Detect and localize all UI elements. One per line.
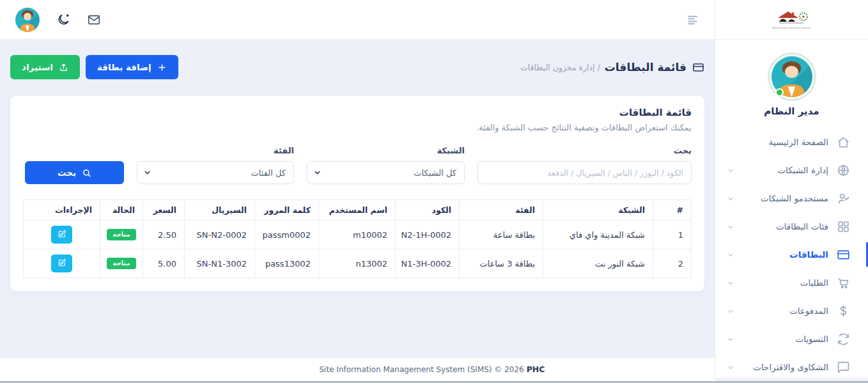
search-icon: [82, 168, 91, 178]
topbar: [0, 0, 715, 40]
footer-text: Site Information Management System (SIMS…: [319, 365, 523, 374]
breadcrumb: قائمة البطاقات / إدارة مخزون البطاقات: [520, 61, 704, 74]
user-role-name: مدير النظام: [764, 106, 819, 117]
cell-username: n13002: [319, 249, 396, 278]
sidebar-item-label: الشكاوى والاقتراحات: [753, 362, 828, 372]
sidebar: Palestinian Housing Council مدير النظام …: [715, 0, 868, 379]
edit-button[interactable]: [51, 226, 72, 244]
sidebar-item-1[interactable]: إدارة الشبكات: [715, 156, 868, 184]
cell-status: متاحة: [100, 221, 143, 249]
dollar-icon: [837, 304, 850, 318]
table-header-row: #الشبكةالفئةالكوداسم المستخدمكلمة المرور…: [24, 200, 692, 221]
message-icon: [837, 361, 850, 374]
cell-price: 2.50: [143, 221, 185, 249]
sidebar-item-5[interactable]: الطلبات: [715, 269, 868, 297]
cell-serial: SN-N2-0002: [185, 221, 255, 249]
page-content: قائمة البطاقات / إدارة مخزون البطاقات إض…: [0, 40, 715, 357]
sidebar-item-3[interactable]: فئات البطاقات: [715, 212, 868, 240]
phc-logo-icon: [773, 10, 811, 26]
status-badge: متاحة: [107, 229, 136, 240]
cell-num: 1: [653, 221, 692, 249]
network-select[interactable]: كل الشبكات: [307, 161, 465, 184]
column-header: كلمة المرور: [255, 200, 319, 221]
table-body: 1شبكة المدينة واي فايبطاقة ساعةN2-1H-000…: [24, 221, 692, 278]
sidebar-item-2[interactable]: مستخدمو الشبكات: [715, 184, 868, 212]
sidebar-item-4[interactable]: البطاقات: [715, 240, 868, 269]
menu-toggle-icon[interactable]: [686, 13, 699, 26]
column-header: السعر: [143, 200, 185, 221]
sidebar-logo-area: Palestinian Housing Council: [715, 0, 868, 40]
column-header: الكود: [396, 200, 460, 221]
cell-status: متاحة: [100, 249, 143, 278]
table-row: 1شبكة المدينة واي فايبطاقة ساعةN2-1H-000…: [24, 221, 692, 249]
sidebar-item-label: البطاقات: [789, 249, 828, 260]
cards-table: #الشبكةالفئةالكوداسم المستخدمكلمة المرور…: [23, 199, 692, 278]
sidebar-item-label: الطلبات: [800, 277, 828, 288]
page-title: قائمة البطاقات: [605, 61, 686, 74]
sidebar-item-0[interactable]: الصفحة الرئيسية: [715, 128, 868, 156]
avatar-illustration: [15, 8, 40, 32]
user-check-icon: [837, 192, 850, 205]
sidebar-item-8[interactable]: الشكاوى والاقتراحات: [715, 353, 868, 381]
upload-icon: [59, 63, 68, 72]
chevron-down-icon: [727, 363, 734, 371]
network-label: الشبكة: [307, 146, 465, 155]
panel-subtitle: يمكنك استعراض البطاقات وتصفية النتائج حس…: [23, 123, 692, 132]
cell-network: شبكة المدينة واي فاي: [543, 221, 653, 249]
sidebar-item-label: إدارة الشبكات: [777, 165, 828, 175]
sidebar-item-label: التسويات: [795, 334, 828, 344]
breadcrumb-path: / إدارة مخزون البطاقات: [520, 63, 600, 72]
cell-serial: SN-N1-3002: [185, 249, 255, 278]
chevron-down-icon: [727, 251, 734, 258]
cell-category: بطاقة 3 ساعات: [460, 249, 543, 278]
search-button[interactable]: بحث: [25, 161, 124, 184]
plus-icon: [157, 63, 167, 72]
column-header: السيريال: [185, 200, 255, 221]
sidebar-nav: الصفحة الرئيسيةإدارة الشبكاتمستخدمو الشب…: [715, 128, 868, 381]
chevron-down-icon: [727, 166, 734, 174]
footer-brand: PHC: [527, 364, 545, 374]
chevron-down-icon: [727, 335, 734, 343]
sidebar-item-7[interactable]: التسويات: [715, 325, 868, 353]
cell-actions: [24, 221, 100, 249]
cell-num: 2: [653, 249, 692, 278]
import-button[interactable]: استيراد: [10, 55, 80, 79]
edit-icon: [58, 258, 66, 269]
cell-username: m10002: [319, 221, 396, 249]
cart-icon: [837, 276, 850, 290]
sidebar-item-label: المدفوعات: [789, 306, 828, 316]
chevron-down-icon: [143, 169, 151, 177]
dark-mode-moon-icon[interactable]: [56, 13, 70, 27]
cell-password: passm0002: [255, 221, 319, 249]
category-label: الفئة: [137, 146, 294, 155]
chevron-down-icon: [727, 223, 734, 230]
sidebar-item-6[interactable]: المدفوعات: [715, 297, 868, 325]
cell-code: N2-1H-0002: [396, 221, 460, 249]
cell-price: 5.00: [143, 249, 185, 278]
column-header: #: [653, 200, 692, 221]
cell-network: شبكة النور نت: [543, 249, 653, 278]
admin-avatar[interactable]: [771, 56, 812, 97]
table-row: 2شبكة النور نتبطاقة 3 ساعاتN1-3H-0002n13…: [24, 249, 692, 278]
chevron-down-icon: [313, 169, 322, 177]
search-input[interactable]: [477, 161, 692, 184]
chevron-down-icon: [727, 307, 734, 315]
sidebar-item-label: فئات البطاقات: [776, 221, 828, 231]
chevron-down-icon: [727, 194, 734, 202]
sidebar-item-label: الصفحة الرئيسية: [769, 137, 828, 147]
mail-icon[interactable]: [87, 13, 101, 27]
search-label: بحث: [477, 146, 692, 155]
phc-logo: Palestinian Housing Council: [772, 10, 811, 29]
column-header: الإجراءات: [24, 200, 100, 221]
cell-actions: [24, 249, 100, 278]
grid-icon: [837, 220, 850, 233]
panel-title: قائمة البطاقات: [23, 107, 692, 118]
logo-caption: Palestinian Housing Council: [772, 27, 811, 29]
user-avatar[interactable]: [15, 8, 40, 32]
cards-panel: قائمة البطاقات يمكنك استعراض البطاقات وت…: [10, 96, 704, 291]
cell-category: بطاقة ساعة: [460, 221, 543, 249]
chevron-down-icon: [727, 279, 734, 286]
add-card-button[interactable]: إضافة بطاقة: [86, 55, 178, 79]
edit-button[interactable]: [51, 254, 72, 272]
category-select[interactable]: كل الفئات: [137, 161, 294, 184]
